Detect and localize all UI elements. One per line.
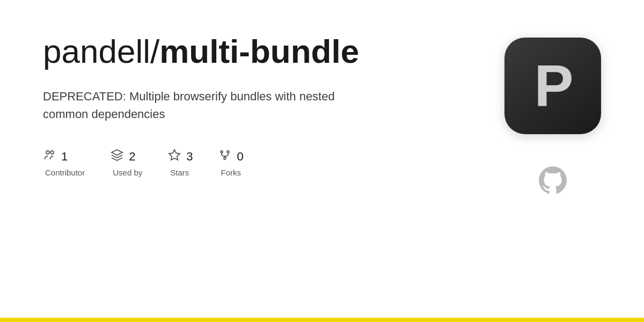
stat-forks[interactable]: 0 Forks [218, 149, 243, 177]
svg-point-0 [46, 151, 49, 154]
svg-point-1 [50, 151, 54, 154]
github-icon-container[interactable] [539, 166, 567, 194]
repo-description: DEPRECATED: Multiple browserify bundles … [43, 87, 354, 123]
svg-point-5 [224, 157, 226, 159]
svg-point-3 [221, 151, 223, 153]
stat-stars[interactable]: 3 Stars [168, 149, 193, 177]
used-by-label: Used by [111, 168, 142, 177]
stat-contributor-top: 1 [43, 149, 68, 165]
stat-forks-top: 0 [218, 149, 243, 165]
fork-icon [218, 149, 231, 165]
stars-label: Stars [168, 168, 189, 177]
app-icon: P [504, 38, 601, 134]
forks-count: 0 [237, 150, 243, 164]
stat-stars-top: 3 [168, 149, 193, 165]
right-content: P [504, 32, 601, 194]
stars-count: 3 [186, 150, 193, 164]
repo-name: multi-bundle [159, 33, 359, 70]
svg-marker-2 [169, 150, 180, 160]
package-icon [111, 149, 123, 165]
star-icon [168, 149, 181, 165]
contributor-label: Contributor [43, 168, 85, 177]
stat-contributor[interactable]: 1 Contributor [43, 149, 85, 177]
stats-row: 1 Contributor 2 Used by [43, 149, 419, 177]
repo-title: pandell/multi-bundle [43, 32, 419, 70]
contributor-icon [43, 149, 56, 165]
stat-used-by-top: 2 [111, 149, 135, 165]
github-icon [539, 166, 567, 194]
used-by-count: 2 [129, 150, 135, 164]
svg-point-4 [227, 151, 229, 153]
bottom-bar [0, 318, 644, 322]
forks-label: Forks [218, 168, 241, 177]
main-container: pandell/multi-bundle DEPRECATED: Multipl… [0, 0, 644, 301]
stat-used-by[interactable]: 2 Used by [111, 149, 142, 177]
left-content: pandell/multi-bundle DEPRECATED: Multipl… [43, 32, 419, 177]
contributor-count: 1 [61, 150, 68, 164]
app-icon-letter: P [534, 56, 571, 115]
repo-owner: pandell/ [43, 33, 159, 70]
